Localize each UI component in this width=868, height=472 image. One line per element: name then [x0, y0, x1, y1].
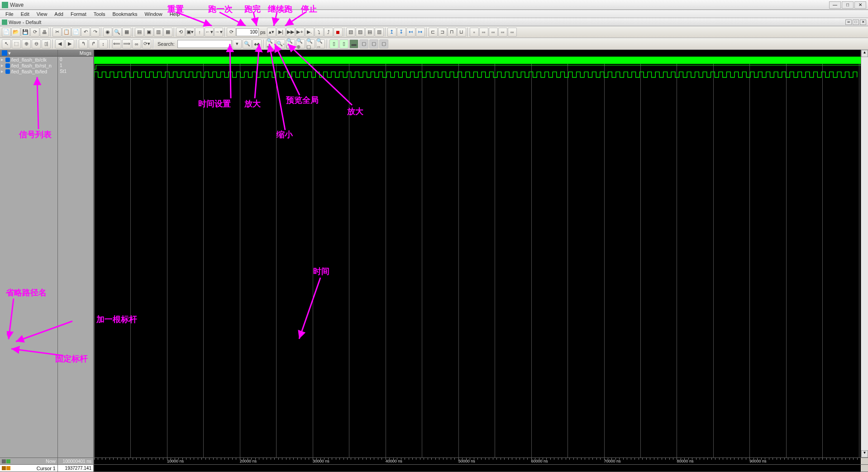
- cursor-up-button[interactable]: ↥: [387, 28, 396, 37]
- menu-edit[interactable]: Edit: [17, 10, 33, 18]
- layout2-button[interactable]: ▯: [339, 39, 348, 48]
- edge-next-button[interactable]: ↱: [89, 39, 98, 48]
- remove-signal-button[interactable]: ⊖: [32, 39, 41, 48]
- edge4-button[interactable]: ⊔: [457, 28, 466, 37]
- continue-button[interactable]: ▶+: [296, 28, 305, 37]
- menu-window[interactable]: Window: [141, 10, 166, 18]
- cut-button[interactable]: ✂: [52, 28, 62, 37]
- signals-list[interactable]: ▸ /led_flash_tb/clk ▸ /led_flash_tb/rst_…: [0, 57, 57, 458]
- scroll-up-button[interactable]: ▲: [861, 50, 868, 57]
- wave3-button[interactable]: ▤: [365, 28, 374, 37]
- menu-view[interactable]: View: [33, 10, 51, 18]
- layout3-button[interactable]: ▬: [349, 39, 358, 48]
- vertical-scrollbar[interactable]: ▲ ▼: [861, 50, 868, 458]
- zoom-in-button[interactable]: 🔍+: [266, 39, 275, 48]
- maximize-button[interactable]: □: [842, 1, 854, 9]
- redo-button[interactable]: ↷: [91, 28, 100, 37]
- transition2-button[interactable]: ⟹: [122, 39, 131, 48]
- break2-button[interactable]: ▦: [163, 28, 172, 37]
- zoom-misc-button[interactable]: 🔍↔: [316, 39, 325, 48]
- menu-file[interactable]: File: [2, 10, 17, 18]
- step-over-button[interactable]: ⤵: [315, 28, 324, 37]
- forward-button[interactable]: →▾: [214, 28, 223, 37]
- layout1-button[interactable]: ▯: [329, 39, 339, 48]
- select-button[interactable]: ⬚: [12, 39, 21, 48]
- toggle-leaf-button[interactable]: ▯|: [42, 39, 51, 48]
- wave-display[interactable]: [94, 50, 861, 458]
- menu-add[interactable]: Add: [51, 10, 67, 18]
- step-out-button[interactable]: ⤴: [324, 28, 333, 37]
- run-button[interactable]: ▶|: [277, 28, 286, 37]
- zoom-full-button[interactable]: 🔍□: [286, 39, 295, 48]
- prev-button[interactable]: ◀: [55, 39, 64, 48]
- timeline-ruler[interactable]: 10000 ns20000 ns30000 ns40000 ns50000 ns…: [94, 458, 861, 464]
- signal-row-rst-n[interactable]: ▸ /led_flash_tb/rst_n: [0, 63, 57, 68]
- restart-button[interactable]: ⟲: [176, 28, 185, 37]
- compile-all-button[interactable]: ▤: [135, 28, 144, 37]
- menu-format[interactable]: Format: [67, 10, 90, 18]
- cursor-lock-icon[interactable]: [2, 466, 6, 470]
- close-button[interactable]: ✕: [854, 1, 866, 9]
- print-button[interactable]: 🖶: [40, 28, 49, 37]
- wave4-button[interactable]: ▥: [375, 28, 384, 37]
- layout4-button[interactable]: ▢: [359, 39, 368, 48]
- search-dropdown-button[interactable]: ▾: [233, 39, 242, 48]
- transition3-button[interactable]: ∞: [132, 39, 141, 48]
- search-input[interactable]: [177, 40, 232, 48]
- reset-button[interactable]: ⟳: [227, 28, 236, 37]
- break-button[interactable]: ▥: [154, 28, 163, 37]
- scroll-down-button[interactable]: ▼: [861, 450, 868, 458]
- win3-button[interactable]: ▫▫: [489, 28, 498, 37]
- save-button[interactable]: 💾: [21, 28, 30, 37]
- zoom-area-button[interactable]: 🔍▢: [306, 39, 315, 48]
- find2-button[interactable]: ▦: [122, 28, 131, 37]
- win1-button[interactable]: ▫: [470, 28, 479, 37]
- sub-infinity-button[interactable]: ∞: [845, 19, 852, 25]
- search-prev-button[interactable]: ♠♣: [253, 39, 262, 48]
- undo-button[interactable]: ↶: [81, 28, 90, 37]
- step-button[interactable]: ▶.: [305, 28, 314, 37]
- edge2-button[interactable]: ⊐: [438, 28, 447, 37]
- transition1-button[interactable]: ⟸: [112, 39, 121, 48]
- pointer-button[interactable]: ↖: [2, 39, 11, 48]
- sub-maximize-button[interactable]: □: [853, 19, 859, 25]
- new-button[interactable]: 📄: [2, 28, 11, 37]
- cursor-right-button[interactable]: ↦: [416, 28, 425, 37]
- back-button[interactable]: ←▾: [205, 28, 214, 37]
- layout5-button[interactable]: ▢: [369, 39, 378, 48]
- menu-bookmarks[interactable]: Bookmarks: [109, 10, 141, 18]
- copy-button[interactable]: 📋: [62, 28, 71, 37]
- edge3-button[interactable]: ⊓: [448, 28, 457, 37]
- win2-button[interactable]: ▫▫: [479, 28, 488, 37]
- now-icon2[interactable]: [6, 459, 10, 463]
- cursor-icon2[interactable]: [6, 466, 10, 470]
- open-button[interactable]: 📂: [11, 28, 20, 37]
- cursor-timeline[interactable]: [94, 465, 861, 472]
- wave1-button[interactable]: ▧: [346, 28, 355, 37]
- edge-prev-button[interactable]: ↰: [79, 39, 88, 48]
- any-edge-button[interactable]: ↕: [99, 39, 108, 48]
- signal-row-led[interactable]: ▸ /led_flash_tb/led: [0, 68, 57, 74]
- reload-button[interactable]: ⟳: [30, 28, 39, 37]
- menu-help[interactable]: Help: [166, 10, 184, 18]
- win4-button[interactable]: ▫▫: [498, 28, 507, 37]
- wave2-button[interactable]: ▨: [356, 28, 365, 37]
- zoom-out-button[interactable]: 🔍-: [276, 39, 285, 48]
- find-button[interactable]: 🔍: [113, 28, 122, 37]
- env-button[interactable]: ▣▾: [186, 28, 195, 37]
- run-time-step-button[interactable]: ▴▾: [267, 28, 276, 37]
- cursor-left-button[interactable]: ↤: [406, 28, 415, 37]
- simulate-button[interactable]: ▣: [144, 28, 153, 37]
- search-go-button[interactable]: 🔍: [243, 39, 252, 48]
- now-icon1[interactable]: [2, 459, 6, 463]
- scroll-track[interactable]: [861, 57, 868, 450]
- layout6-button[interactable]: ▢: [379, 39, 388, 48]
- minimize-button[interactable]: —: [829, 1, 841, 9]
- paste-button[interactable]: 📄: [72, 28, 81, 37]
- next-button[interactable]: ▶: [65, 39, 74, 48]
- up-button[interactable]: ↑: [195, 28, 204, 37]
- win5-button[interactable]: ▫▫: [508, 28, 517, 37]
- transition4-button[interactable]: ⟳▾: [142, 39, 151, 48]
- sub-close-button[interactable]: ✕: [860, 19, 866, 25]
- run-time-input[interactable]: [236, 28, 259, 36]
